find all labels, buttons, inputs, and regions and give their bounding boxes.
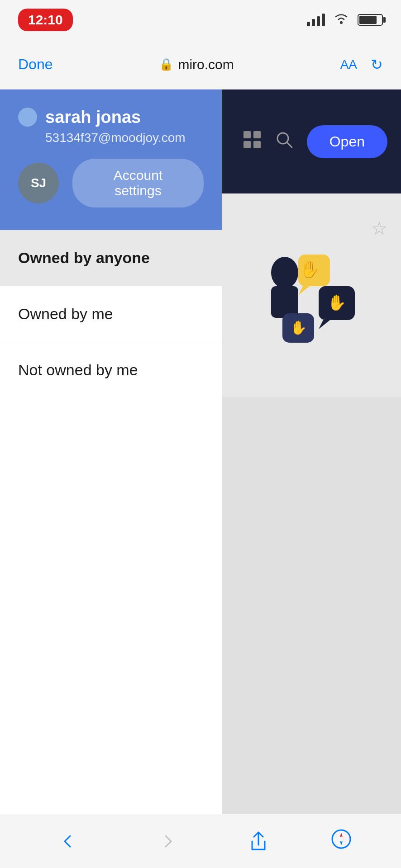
lock-icon: 🔒 <box>159 57 173 71</box>
browser-actions: AA ↻ <box>340 56 383 73</box>
share-button[interactable] <box>249 831 267 851</box>
refresh-button[interactable]: ↻ <box>371 56 383 73</box>
user-avatar-small <box>18 108 37 127</box>
status-bar: 12:10 <box>0 0 401 40</box>
main-content: Open ✋ ✋ ✋ <box>0 90 401 814</box>
dropdown-overlay: sarah jonas 53134f37@moodjoy.com SJ Acco… <box>0 90 401 814</box>
compass-button[interactable] <box>331 829 351 853</box>
user-info: sarah jonas 53134f37@moodjoy.com <box>45 108 204 145</box>
user-name: sarah jonas <box>45 108 204 127</box>
signal-icon <box>307 14 325 26</box>
account-settings-button[interactable]: Account settings <box>72 159 204 208</box>
browser-bar: Done 🔒 miro.com AA ↻ <box>0 40 401 90</box>
svg-point-0 <box>340 21 343 24</box>
status-icons <box>307 12 383 28</box>
url-text: miro.com <box>178 57 234 72</box>
wifi-icon <box>333 12 349 28</box>
menu-item-label: Owned by anyone <box>18 249 150 266</box>
battery-icon <box>358 14 383 26</box>
user-avatar-large[interactable]: SJ <box>18 163 59 203</box>
filter-owned-by-me[interactable]: Owned by me <box>0 286 222 342</box>
bottom-toolbar <box>0 814 401 868</box>
user-actions: SJ Account settings <box>18 159 204 208</box>
user-email: 53134f37@moodjoy.com <box>45 131 204 145</box>
filter-owned-by-anyone[interactable]: Owned by anyone <box>0 230 222 286</box>
filter-not-owned-by-me[interactable]: Not owned by me <box>0 342 222 398</box>
user-header: sarah jonas 53134f37@moodjoy.com SJ Acco… <box>0 90 222 230</box>
menu-item-label: Not owned by me <box>18 361 138 378</box>
done-button[interactable]: Done <box>18 56 53 73</box>
text-size-button[interactable]: AA <box>340 57 357 72</box>
forward-button[interactable] <box>150 828 186 855</box>
back-button[interactable] <box>50 828 86 855</box>
right-side-overlay <box>222 90 401 814</box>
menu-item-label: Owned by me <box>18 305 113 322</box>
status-time: 12:10 <box>18 9 73 31</box>
menu-list: Owned by anyone Owned by me Not owned by… <box>0 230 222 814</box>
left-panel: sarah jonas 53134f37@moodjoy.com SJ Acco… <box>0 90 222 814</box>
browser-url: 🔒 miro.com <box>159 57 234 72</box>
